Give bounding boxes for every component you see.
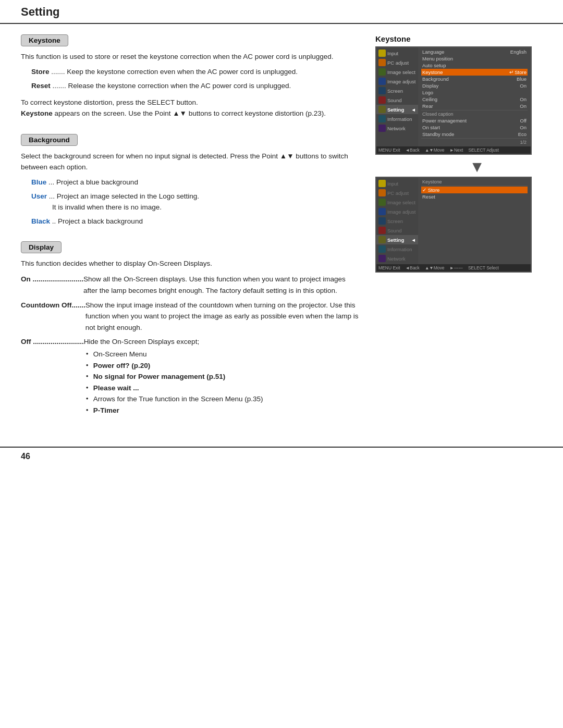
left-column: Keystone This function is used to store … [21, 34, 360, 431]
imageselect-icon [378, 68, 386, 76]
pcadjust-icon [378, 59, 386, 66]
keystone-section: Keystone This function is used to store … [21, 34, 360, 119]
off-bullet-item: On-Screen Menu [86, 349, 360, 360]
off-bullet-item: P-Timer [86, 405, 360, 416]
osd2-row-store: ✓ Store [421, 187, 528, 193]
osd2-nav-input: Input [376, 179, 418, 188]
off-bullet-item: No signal for Power management (p.51) [86, 371, 360, 382]
osd2-nav-pcadjust: PC adjust [376, 188, 418, 198]
imageadjust-icon [378, 78, 386, 85]
osd2-nav-imageadjust: Image adjust [376, 207, 418, 216]
osd1-divider1 [421, 110, 528, 110]
osd2-nav-information: Information [376, 244, 418, 254]
osd1-nav-network: Network [376, 124, 418, 133]
osd2-bottom-bar: MENU Exit ◄Back ▲▼Move ►------ SELECT Se… [376, 264, 531, 272]
osd1-sidebar: Input PC adjust Image select Image adjus… [376, 47, 531, 146]
osd2-nav-network: Network [376, 254, 418, 263]
osd2-row-header: Keystone [421, 179, 528, 185]
screen-icon [378, 87, 386, 94]
osd2-divider [421, 186, 528, 186]
osd2-imageselect-icon [378, 199, 386, 206]
page-number: 46 [21, 452, 30, 461]
osd1-row-logo: Logo [421, 89, 528, 96]
osd2-right-menu: Keystone ✓ Store Reset [418, 178, 531, 264]
page-footer: 46 [0, 447, 563, 465]
osd1-nav-imageselect: Image select [376, 67, 418, 77]
display-list: On .......................... Show all t… [21, 274, 360, 416]
keystone-desc: This function is used to store or reset … [21, 52, 360, 63]
osd2-screen: Input PC adjust Image select Image adjus… [375, 177, 532, 273]
information-icon [378, 115, 386, 122]
background-section: Background Select the background screen … [21, 134, 360, 227]
osd2-imageadjust-icon [378, 208, 386, 215]
osd2-screen-icon [378, 217, 386, 225]
osd1-left-nav: Input PC adjust Image select Image adjus… [376, 47, 418, 146]
right-column: Keystone Input PC adjust Image sel [375, 34, 542, 431]
off-bullet-item: Arrows for the True function in the Scre… [86, 393, 360, 405]
display-off-row: Off .......................... Hide the … [21, 336, 360, 416]
input-icon [378, 50, 386, 57]
osd2-row-reset: Reset [421, 193, 528, 200]
osd2-nav-imageselect: Image select [376, 198, 418, 207]
background-desc: Select the background screen for when no… [21, 151, 360, 173]
display-desc: This function decides whether to display… [21, 258, 360, 269]
keystone-note: To correct keystone distortion, press th… [21, 97, 360, 119]
osd1-row-display: DisplayOn [421, 82, 528, 89]
osd1-nav-setting: Setting ◄ [376, 105, 418, 114]
osd1-title: Keystone [375, 34, 542, 43]
keystone-reset: Reset ....... Release the keystone corre… [31, 81, 360, 92]
keystone-label: Keystone [21, 34, 360, 52]
osd2-setting-icon [378, 236, 386, 243]
osd1-row-closedcaption: Closed caption [421, 111, 528, 117]
osd2-information-icon [378, 245, 386, 253]
osd2-nav-setting: Setting ◄ [376, 235, 418, 244]
off-bullet-item: Please wait ... [86, 382, 360, 394]
osd2-input-icon [378, 180, 386, 187]
osd1-row-ceiling: CeilingOn [421, 96, 528, 103]
osd2-sidebar: Input PC adjust Image select Image adjus… [376, 178, 531, 264]
osd2-nav-screen: Screen [376, 216, 418, 226]
background-black: Black .. Project a black background [31, 216, 360, 227]
background-label: Background [21, 134, 360, 151]
arrow-down-icon: ▼ [412, 159, 542, 175]
keystone-store: Store ....... Keep the keystone correcti… [31, 67, 360, 78]
osd1-row-page: 1/2 [421, 139, 528, 145]
osd1-row-background: BackgroundBlue [421, 76, 528, 82]
setting-icon [378, 106, 386, 113]
osd1-row-onstart: On startOn [421, 124, 528, 131]
osd1-row-language: LanguageEnglish [421, 48, 528, 55]
osd2-sound-icon [378, 227, 386, 234]
background-blue: Blue ... Project a blue background [31, 177, 360, 188]
display-section: Display This function decides whether to… [21, 241, 360, 416]
osd1-nav-pcadjust: PC adjust [376, 58, 418, 67]
osd1-nav-information: Information [376, 114, 418, 124]
osd1-nav-screen: Screen [376, 86, 418, 95]
off-bullets-list: On-Screen MenuPower off? (p.20)No signal… [86, 349, 360, 416]
osd1-divider2 [421, 138, 528, 139]
network-icon [378, 125, 386, 132]
osd1-nav-sound: Sound [376, 95, 418, 105]
osd2-network-icon [378, 255, 386, 262]
osd1-row-rear: RearOn [421, 103, 528, 109]
osd2-nav-sound: Sound [376, 226, 418, 235]
osd1-row-standbymode: Standby modeEco [421, 131, 528, 138]
sound-icon [378, 96, 386, 104]
osd2-left-nav: Input PC adjust Image select Image adjus… [376, 178, 418, 264]
main-content: Keystone This function is used to store … [0, 34, 563, 431]
osd1-right-menu: LanguageEnglish Menu position Auto setup… [418, 47, 531, 146]
osd1-nav-imageadjust: Image adjust [376, 77, 418, 86]
osd1-row-keystone: Keystone↵ Store [421, 69, 528, 76]
page-header: Setting [0, 0, 563, 24]
display-label: Display [21, 241, 360, 258]
osd2-pcadjust-icon [378, 189, 386, 196]
display-countdown-row: Countdown Off....... Show the input imag… [21, 300, 360, 334]
osd1-nav-input: Input [376, 48, 418, 58]
osd1-row-menuposition: Menu position [421, 55, 528, 62]
osd1-screen: Input PC adjust Image select Image adjus… [375, 46, 532, 155]
osd1-row-powermanagement: Power managementOff [421, 117, 528, 124]
osd1-row-autosetup: Auto setup [421, 62, 528, 69]
display-on-row: On .......................... Show all t… [21, 274, 360, 296]
off-bullet-item: Power off? (p.20) [86, 360, 360, 372]
background-user: User ... Project an image selected in th… [31, 191, 360, 213]
page-title: Setting [21, 5, 60, 18]
